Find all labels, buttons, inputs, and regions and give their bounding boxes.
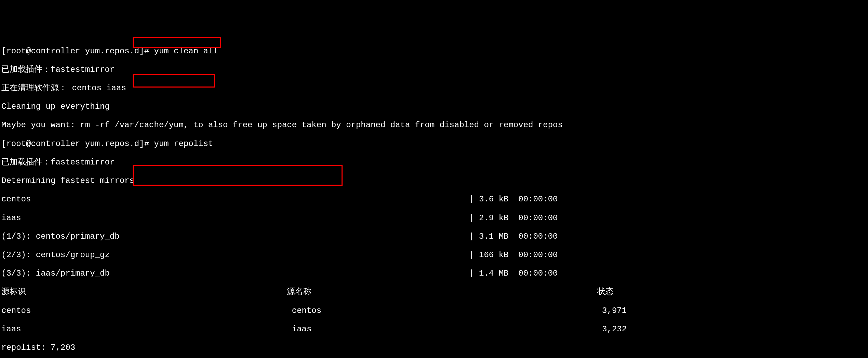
download-row: (2/3): centos/group_gz | 166 kB 00:00:00 (1, 250, 867, 260)
output-line: Maybe you want: rm -rf /var/cache/yum, t… (1, 120, 867, 130)
prompt-line-2[interactable]: [root@controller yum.repos.d]# yum repol… (1, 139, 867, 148)
repolist-header: 源标识 源名称 状态 (1, 287, 867, 296)
terminal-output: [root@controller yum.repos.d]# yum clean… (0, 37, 868, 358)
output-line: Cleaning up everything (1, 102, 867, 111)
output-line: 已加载插件：fastestmirror (1, 65, 867, 74)
prompt-line-1[interactable]: [root@controller yum.repos.d]# yum clean… (1, 47, 867, 56)
repolist-row-centos: centos centos 3,971 (1, 306, 867, 315)
shell-prompt: [root@controller yum.repos.d]# (1, 47, 154, 56)
repo-row-centos: centos | 3.6 kB 00:00:00 (1, 195, 867, 204)
download-row: (3/3): iaas/primary_db | 1.4 MB 00:00:00 (1, 269, 867, 278)
repolist-row-iaas: iaas iaas 3,232 (1, 324, 867, 334)
repo-row-iaas: iaas | 2.9 kB 00:00:00 (1, 213, 867, 223)
command-yum-clean: yum clean all (154, 47, 218, 56)
output-line: 已加载插件：fastestmirror (1, 158, 867, 167)
output-line: 正在清理软件源： centos iaas (1, 83, 867, 93)
download-row: (1/3): centos/primary_db | 3.1 MB 00:00:… (1, 232, 867, 241)
shell-prompt: [root@controller yum.repos.d]# (1, 139, 154, 148)
command-yum-repolist: yum repolist (154, 139, 213, 148)
output-line: Determining fastest mirrors (1, 176, 867, 185)
repolist-total: repolist: 7,203 (1, 343, 867, 352)
